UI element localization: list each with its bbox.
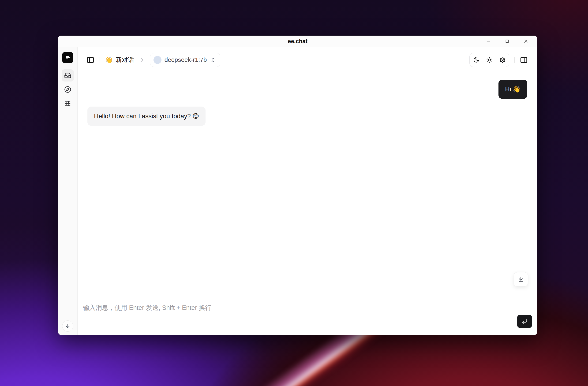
header-right	[469, 53, 528, 67]
moon-icon	[473, 57, 480, 63]
arrow-down-to-line-icon	[518, 276, 524, 283]
header-left: 👋 新对话 deepseek-r1:7b	[86, 53, 220, 67]
toggle-right-panel-button[interactable]	[520, 56, 528, 64]
panel-right-icon	[520, 56, 528, 64]
send-button[interactable]	[517, 315, 532, 328]
gear-icon	[499, 57, 506, 63]
titlebar[interactable]: ee.chat	[58, 36, 537, 47]
sidebar-item-explore[interactable]	[62, 83, 74, 96]
assistant-message-bubble: Hello! How can I assist you today? 😊	[87, 107, 206, 126]
maximize-icon	[504, 39, 510, 44]
minimize-icon	[486, 39, 491, 44]
breadcrumb-conversation[interactable]: 👋 新对话	[105, 56, 134, 64]
toggle-sidebar-button[interactable]	[86, 56, 94, 64]
message-row-user: Hi 👋	[87, 80, 527, 99]
window-controls	[483, 36, 531, 47]
message-row-assistant: Hello! How can I assist you today? 😊	[87, 107, 527, 126]
minimize-button[interactable]	[483, 37, 494, 46]
conversation-title: 新对话	[116, 56, 134, 64]
header-divider-right	[514, 57, 515, 63]
sidebar-nav	[62, 69, 74, 110]
close-button[interactable]	[521, 37, 531, 46]
theme-switcher	[469, 53, 509, 67]
app-window: ee.chat	[58, 36, 537, 335]
sidebar-scroll-down-button[interactable]	[62, 320, 73, 332]
maximize-button[interactable]	[502, 37, 512, 46]
panel-left-icon	[86, 56, 94, 64]
corner-down-left-icon	[522, 318, 528, 325]
window-content: 👋 新对话 deepseek-r1:7b	[58, 47, 537, 335]
compass-icon	[64, 86, 71, 93]
wave-emoji: 👋	[105, 56, 113, 64]
chevron-right-icon	[139, 57, 145, 63]
scroll-to-bottom-button[interactable]	[514, 272, 528, 286]
user-message-bubble: Hi 👋	[499, 80, 527, 99]
header-divider	[100, 57, 100, 63]
desktop: { "window": { "title": "ee.chat", "contr…	[0, 0, 588, 386]
model-selector-chip[interactable]: deepseek-r1:7b	[150, 53, 221, 67]
inbox-icon	[64, 72, 71, 79]
arrow-down-icon	[65, 323, 71, 329]
model-name: deepseek-r1:7b	[165, 56, 207, 63]
sun-icon	[486, 57, 493, 63]
theme-dark-button[interactable]	[470, 53, 483, 67]
header-toolbar: 👋 新对话 deepseek-r1:7b	[78, 47, 537, 73]
model-avatar	[153, 56, 162, 64]
window-title: ee.chat	[288, 38, 308, 44]
theme-system-button[interactable]	[496, 53, 509, 67]
main-panel: 👋 新对话 deepseek-r1:7b	[78, 47, 537, 335]
app-logo-button[interactable]	[62, 52, 73, 63]
composer	[78, 299, 537, 335]
sidebar-item-settings[interactable]	[62, 98, 74, 110]
sidebar	[58, 47, 78, 335]
message-input[interactable]	[83, 304, 509, 331]
sidebar-item-inbox[interactable]	[62, 69, 74, 81]
close-icon	[523, 39, 528, 44]
chevrons-collapse-icon	[210, 57, 216, 63]
sliders-icon	[64, 100, 71, 107]
theme-light-button[interactable]	[483, 53, 496, 67]
chat-area: Hi 👋 Hello! How can I assist you today? …	[78, 73, 537, 299]
app-logo-icon	[64, 54, 71, 61]
